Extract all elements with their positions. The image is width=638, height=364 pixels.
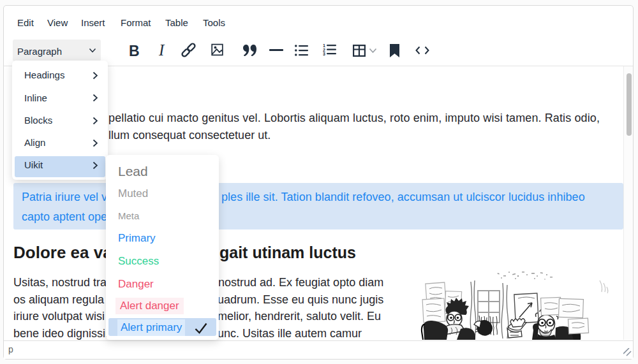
svg-text:3: 3 <box>323 52 325 55</box>
